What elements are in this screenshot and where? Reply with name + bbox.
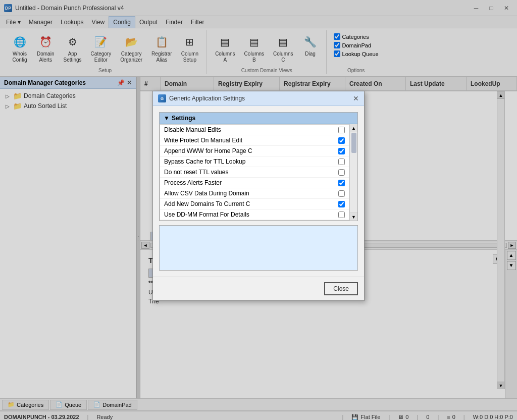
settings-dialog: G Generic Application Settings ✕ ▼ Setti… xyxy=(152,91,365,301)
setting-allow-csv: Allow CSV Data During Domain xyxy=(160,188,349,199)
setting-process-alerts: Process Alerts Faster xyxy=(160,178,349,188)
allow-csv-checkbox[interactable] xyxy=(338,190,345,197)
settings-collapse-icon: ▼ xyxy=(164,115,170,122)
setting-append-www: Append WWW for Home Page C xyxy=(160,146,349,156)
setting-no-reset-ttl: Do not reset TTL values xyxy=(160,167,349,178)
use-dd-mm-label: Use DD-MM Format For Details xyxy=(164,211,334,218)
settings-panel-header: ▼ Settings xyxy=(160,113,357,124)
use-dd-mm-checkbox[interactable] xyxy=(338,212,345,218)
scroll-track xyxy=(350,132,357,213)
settings-panel: ▼ Settings Disable Manual Edits Write Pr… xyxy=(159,112,358,221)
setting-add-new-domains: Add New Domains To Current C xyxy=(160,199,349,209)
scroll-thumb xyxy=(351,133,356,153)
write-protect-checkbox[interactable] xyxy=(338,137,345,144)
settings-scroll-down-button[interactable]: ▼ xyxy=(350,213,357,221)
dialog-title: Generic Application Settings xyxy=(169,95,353,102)
settings-panel-inner: Disable Manual Edits Write Protect On Ma… xyxy=(160,124,357,221)
dialog-close-button[interactable]: ✕ xyxy=(353,94,359,102)
bypass-cache-label: Bypass Cache for TTL Lookup xyxy=(164,158,334,165)
setting-use-dd-mm: Use DD-MM Format For Details xyxy=(160,209,349,220)
disable-manual-edits-checkbox[interactable] xyxy=(338,127,345,133)
dialog-body: ▼ Settings Disable Manual Edits Write Pr… xyxy=(153,106,364,277)
no-reset-ttl-checkbox[interactable] xyxy=(338,169,345,176)
dialog-info-box xyxy=(159,225,358,271)
bypass-cache-checkbox[interactable] xyxy=(338,159,345,165)
write-protect-label: Write Protect On Manual Edit xyxy=(164,137,334,144)
append-www-checkbox[interactable] xyxy=(338,148,345,154)
close-dialog-button[interactable]: Close xyxy=(324,282,358,295)
no-reset-ttl-label: Do not reset TTL values xyxy=(164,169,334,176)
process-alerts-label: Process Alerts Faster xyxy=(164,179,334,186)
settings-scroll-up-button[interactable]: ▲ xyxy=(350,124,357,132)
settings-list-area: Disable Manual Edits Write Protect On Ma… xyxy=(160,124,349,221)
dialog-titlebar: G Generic Application Settings ✕ xyxy=(153,91,364,106)
append-www-label: Append WWW for Home Page C xyxy=(164,147,334,154)
add-new-domains-label: Add New Domains To Current C xyxy=(164,200,334,207)
add-new-domains-checkbox[interactable] xyxy=(338,201,345,207)
dialog-overlay: G Generic Application Settings ✕ ▼ Setti… xyxy=(0,0,517,420)
setting-bypass-cache: Bypass Cache for TTL Lookup xyxy=(160,156,349,167)
dialog-icon: G xyxy=(158,94,166,102)
settings-list: Disable Manual Edits Write Protect On Ma… xyxy=(160,124,349,221)
setting-disable-manual-edits: Disable Manual Edits xyxy=(160,125,349,135)
setting-write-protect: Write Protect On Manual Edit xyxy=(160,135,349,146)
settings-scrollbar[interactable]: ▲ ▼ xyxy=(349,124,357,221)
process-alerts-checkbox[interactable] xyxy=(338,180,345,186)
dialog-footer: Close xyxy=(153,277,364,300)
allow-csv-label: Allow CSV Data During Domain xyxy=(164,190,334,197)
disable-manual-edits-label: Disable Manual Edits xyxy=(164,126,334,133)
settings-header-label: Settings xyxy=(172,115,195,122)
